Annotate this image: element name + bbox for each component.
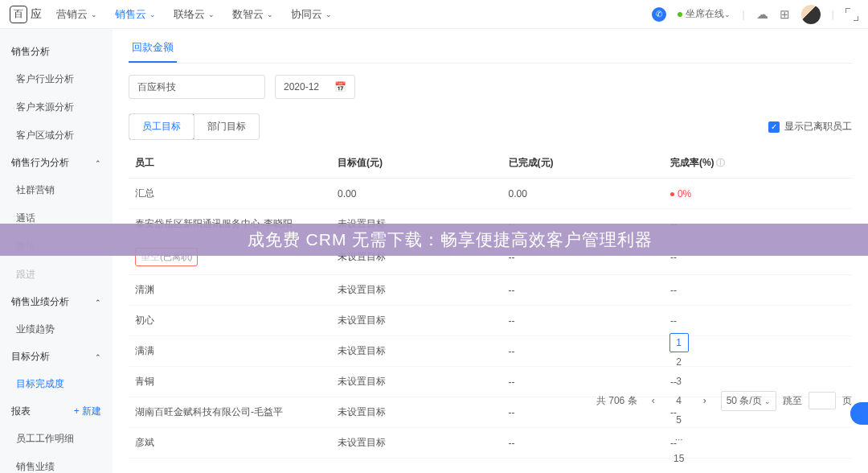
date-select[interactable]: 2020-12 📅 (275, 75, 355, 99)
cell-rate: -- (664, 275, 852, 306)
nav-item[interactable]: 营销云⌄ (56, 7, 97, 22)
table-row: 初心 未设置目标 -- -- (129, 306, 852, 336)
page-number[interactable]: ··· (669, 430, 689, 449)
cell-target: 未设置目标 (331, 275, 502, 306)
float-help-button[interactable] (850, 402, 868, 425)
page-number[interactable]: 3 (669, 372, 689, 391)
date-value: 2020-12 (284, 81, 319, 93)
cell-target: 未设置目标 (331, 459, 502, 463)
cell-name: 青铜 (129, 367, 331, 397)
overlay-banner: 成免费 CRM 无需下载：畅享便捷高效客户管理利器 (0, 224, 868, 256)
cell-name: 彦斌 (129, 428, 331, 459)
chevron-down-icon: ⌄ (267, 10, 273, 19)
page-number[interactable]: 2 (669, 352, 689, 372)
logo-icon: 百 (10, 6, 27, 23)
chevron-down-icon: ⌄ (326, 10, 332, 19)
phone-icon[interactable]: ✆ (652, 7, 666, 22)
cell-done: -- (502, 306, 664, 336)
sidebar-item[interactable]: 销售业绩 (0, 453, 113, 473)
sidebar-group[interactable]: 销售行为分析⌃ (0, 150, 113, 176)
sidebar-item[interactable]: 客户区域分析 (0, 121, 113, 150)
table-header-row: 员工目标值(元)已完成(元)完成率(%)ⓘ (129, 148, 852, 179)
cell-name: 金卫 (129, 459, 331, 463)
sub-tab[interactable]: 员工目标 (129, 113, 194, 140)
total-count: 共 706 条 (596, 394, 637, 408)
next-page-button[interactable]: › (695, 391, 714, 410)
sidebar-item[interactable]: 业绩趋势 (0, 315, 113, 343)
fullscreen-icon[interactable] (845, 8, 858, 21)
sidebar-item[interactable]: 目标完成度 (0, 370, 113, 398)
cell-name: 湖南百旺金赋科技有限公司-毛益平 (129, 397, 331, 428)
cell-rate: 0% (664, 179, 852, 209)
show-left-checkbox[interactable]: ✓ 显示已离职员工 (768, 120, 852, 134)
sub-tabs-row: 员工目标部门目标 ✓ 显示已离职员工 (129, 113, 852, 140)
pagination: 共 706 条 ‹ 12345···15 › 50 条/页 ⌄ 跳至 页 (596, 333, 852, 468)
sidebar-item[interactable]: 客户行业分析 (0, 65, 113, 93)
nav-item[interactable]: 数智云⌄ (232, 7, 273, 22)
nav-item[interactable]: 协同云⌄ (291, 7, 332, 22)
company-value: 百应科技 (137, 80, 176, 94)
page-number[interactable]: 15 (669, 449, 689, 468)
chevron-icon: ⌃ (95, 159, 101, 167)
sidebar-group[interactable]: 销售分析 (0, 39, 113, 65)
prev-page-button[interactable]: ‹ (644, 391, 663, 410)
logo-text: 应 (31, 7, 42, 22)
divider: | (832, 8, 834, 20)
new-report-button[interactable]: + 新建 (74, 405, 101, 418)
checkbox-icon: ✓ (768, 121, 780, 133)
nav-item[interactable]: 联络云⌄ (174, 7, 215, 22)
avatar[interactable] (801, 5, 821, 24)
sidebar-item[interactable]: 员工工作明细 (0, 425, 113, 453)
page-number[interactable]: 4 (669, 391, 689, 410)
filter-row: 百应科技 2020-12 📅 (129, 75, 852, 99)
sub-tab[interactable]: 部门目标 (194, 114, 259, 139)
cell-name: 初心 (129, 306, 331, 336)
cell-name: 满满 (129, 336, 331, 367)
status-label: 坐席在线 (686, 7, 724, 21)
tab-header: 回款金额 (129, 40, 852, 64)
info-icon: ⓘ (716, 158, 725, 167)
top-right: ✆ 坐席在线 ⌄ | ☁ ⊞ | (652, 5, 858, 24)
tab-refund-amount[interactable]: 回款金额 (129, 40, 177, 63)
divider: | (742, 8, 744, 20)
sub-tabs: 员工目标部门目标 (129, 113, 260, 140)
cell-rate: -- (664, 306, 852, 336)
chevron-down-icon: ⌄ (724, 10, 731, 19)
table-row: 汇总 0.00 0.00 0% (129, 179, 852, 209)
sidebar-group[interactable]: 目标分析⌃ (0, 343, 113, 370)
checkbox-label: 显示已离职员工 (784, 120, 852, 134)
cell-target: 未设置目标 (331, 306, 502, 336)
sidebar-group[interactable]: 销售业绩分析⌃ (0, 289, 113, 315)
cell-name: 清渊 (129, 275, 331, 306)
chevron-icon: ⌃ (95, 298, 101, 306)
column-header: 员工 (129, 148, 331, 179)
sidebar-group-reports: 报表+ 新建 (0, 398, 113, 425)
sidebar-item[interactable]: 客户来源分析 (0, 93, 113, 121)
column-header: 已完成(元) (502, 148, 664, 179)
jump-suffix: 页 (842, 394, 852, 408)
column-header: 完成率(%)ⓘ (664, 148, 852, 179)
cell-target: 未设置目标 (331, 397, 502, 428)
chevron-down-icon: ⌄ (149, 10, 156, 19)
page-size-select[interactable]: 50 条/页 ⌄ (721, 391, 776, 411)
status-dot-icon (678, 12, 682, 17)
cell-done: 0.00 (502, 179, 664, 209)
chevron-icon: ⌃ (95, 353, 101, 361)
table-row: 清渊 未设置目标 -- -- (129, 275, 852, 306)
page-number[interactable]: 1 (669, 333, 689, 352)
sidebar-item[interactable]: 社群营销 (0, 176, 113, 204)
page-number[interactable]: 5 (669, 410, 689, 430)
company-select[interactable]: 百应科技 (129, 75, 265, 99)
cell-name: 汇总 (129, 179, 331, 209)
cloud-icon[interactable]: ☁ (756, 7, 768, 22)
sidebar-item[interactable]: 跟进 (0, 261, 113, 289)
chevron-down-icon: ⌄ (208, 10, 215, 19)
apps-icon[interactable]: ⊞ (780, 7, 790, 22)
chevron-down-icon: ⌄ (91, 10, 97, 19)
cell-target: 未设置目标 (331, 428, 502, 459)
calendar-icon: 📅 (334, 81, 346, 93)
jump-input[interactable] (809, 392, 836, 409)
agent-status[interactable]: 坐席在线 ⌄ (678, 7, 731, 21)
nav-item[interactable]: 销售云⌄ (115, 7, 156, 22)
top-nav: 百 应 营销云⌄销售云⌄联络云⌄数智云⌄协同云⌄ ✆ 坐席在线 ⌄ | ☁ ⊞ … (0, 0, 868, 29)
